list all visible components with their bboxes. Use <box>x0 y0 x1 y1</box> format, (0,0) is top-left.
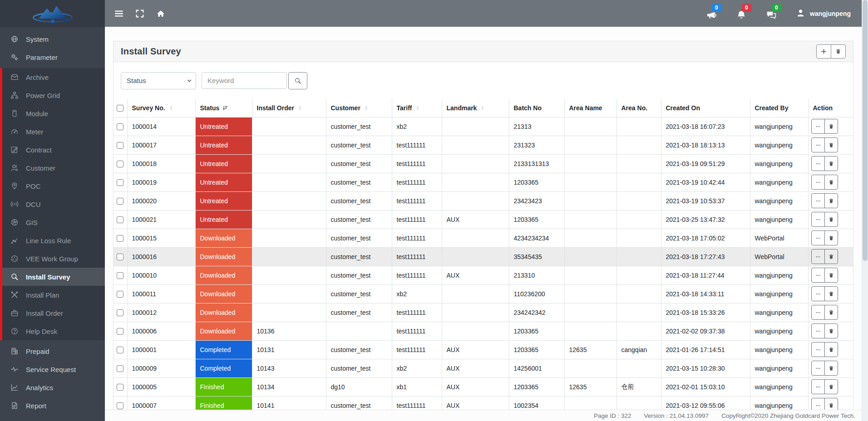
table-row[interactable]: 1000021Untreatedcustomer_testtest111111A… <box>113 210 853 229</box>
table-row[interactable]: 1000015Downloadedcustomer_testtest111111… <box>113 229 853 247</box>
delete-row-button[interactable] <box>824 175 838 190</box>
more-actions-button[interactable] <box>811 193 825 208</box>
sidebar-item-install-plan[interactable]: Install Plan <box>2 286 105 304</box>
delete-row-button[interactable] <box>824 286 838 301</box>
row-checkbox[interactable] <box>117 328 123 335</box>
sidebar-item-archive[interactable]: Archive <box>2 68 105 86</box>
sidebar-item-customer[interactable]: Customer <box>2 159 105 177</box>
row-checkbox[interactable] <box>117 384 123 391</box>
delete-row-button[interactable] <box>824 193 838 208</box>
sidebar-item-contract[interactable]: Contract <box>2 141 105 159</box>
column-header-install-order[interactable]: Install Order <box>252 99 326 117</box>
column-header-status[interactable]: Status <box>195 99 252 117</box>
row-checkbox[interactable] <box>117 272 123 279</box>
table-row[interactable]: 1000018Untreatedcustomer_testtest1111112… <box>113 154 853 173</box>
sidebar-item-service-request[interactable]: Service Request <box>0 360 105 378</box>
sidebar-item-poc[interactable]: POC <box>2 177 105 195</box>
scrollbar-thumb[interactable] <box>863 0 868 261</box>
table-row[interactable]: 1000001Completed10131customer_testtest11… <box>113 340 853 359</box>
delete-row-button[interactable] <box>824 212 838 227</box>
table-row[interactable]: 1000006Downloaded10136test11111112033652… <box>113 322 853 340</box>
more-actions-button[interactable] <box>811 137 825 152</box>
table-row[interactable]: 1000010Downloadedcustomer_testtest111111… <box>113 266 853 284</box>
sidebar-item-analytics[interactable]: Analytics <box>0 378 105 397</box>
delete-row-button[interactable] <box>824 249 838 264</box>
table-row[interactable]: 1000016Downloadedcustomer_testtest111111… <box>113 247 853 266</box>
notifications-indicator[interactable]: 0 <box>736 8 748 20</box>
delete-row-button[interactable] <box>824 137 838 152</box>
row-checkbox[interactable] <box>117 254 123 260</box>
sidebar-item-dcu[interactable]: DCU <box>2 195 105 213</box>
table-row[interactable]: 1000011Downloadedcustomer_testxb21102362… <box>113 284 853 303</box>
row-checkbox[interactable] <box>117 161 123 167</box>
sidebar-item-system[interactable]: System <box>0 30 105 48</box>
app-logo[interactable] <box>0 0 105 27</box>
row-checkbox[interactable] <box>117 179 123 186</box>
table-row[interactable]: 1000017Untreatedcustomer_testtest1111112… <box>113 136 853 154</box>
row-checkbox[interactable] <box>117 347 123 353</box>
more-actions-button[interactable] <box>811 249 825 264</box>
sidebar-item-help-desk[interactable]: Help Desk <box>2 322 105 340</box>
more-actions-button[interactable] <box>811 212 825 227</box>
row-checkbox[interactable] <box>117 216 123 223</box>
search-button[interactable] <box>288 72 307 89</box>
row-checkbox[interactable] <box>117 235 123 242</box>
delete-row-button[interactable] <box>824 323 838 338</box>
column-header-tariff[interactable]: Tariff <box>392 99 442 117</box>
messages-indicator[interactable]: 0 <box>766 8 778 20</box>
home-button[interactable] <box>155 8 167 20</box>
table-row[interactable]: 1000020Untreatedcustomer_testtest1111112… <box>113 191 853 210</box>
status-select[interactable]: Status <box>121 72 196 89</box>
sidebar-item-power-grid[interactable]: Power Grid <box>2 86 105 104</box>
column-header-landmark[interactable]: Landmark <box>442 99 509 117</box>
more-actions-button[interactable] <box>811 268 825 283</box>
delete-row-button[interactable] <box>824 230 838 245</box>
delete-row-button[interactable] <box>824 156 838 171</box>
sidebar-item-install-order[interactable]: Install Order <box>2 304 105 322</box>
sidebar-item-gis[interactable]: GIS <box>2 213 105 231</box>
more-actions-button[interactable] <box>811 119 825 134</box>
delete-row-button[interactable] <box>824 361 838 376</box>
announcements-indicator[interactable]: 0 <box>706 8 718 20</box>
delete-row-button[interactable] <box>824 342 838 357</box>
row-checkbox[interactable] <box>117 309 123 316</box>
more-actions-button[interactable] <box>811 379 825 394</box>
more-actions-button[interactable] <box>811 156 825 171</box>
delete-button[interactable] <box>831 44 846 59</box>
more-actions-button[interactable] <box>811 305 825 320</box>
sidebar-item-meter[interactable]: Meter <box>2 122 105 141</box>
row-checkbox[interactable] <box>117 365 123 372</box>
more-actions-button[interactable] <box>811 175 825 190</box>
more-actions-button[interactable] <box>811 323 825 338</box>
table-row[interactable]: 1000009Completed10143customer_testxb2AUX… <box>113 359 853 377</box>
table-row[interactable]: 1000005Finished10134dg10xb1AUX1203365126… <box>113 377 853 396</box>
more-actions-button[interactable] <box>811 361 825 376</box>
row-checkbox[interactable] <box>117 142 123 149</box>
add-button[interactable] <box>816 44 831 59</box>
sidebar-item-line-loss-rule[interactable]: Line Loss Rule <box>2 231 105 250</box>
row-checkbox[interactable] <box>117 402 123 409</box>
delete-row-button[interactable] <box>824 305 838 320</box>
page-scrollbar[interactable] <box>862 0 868 421</box>
column-header-survey-no[interactable]: Survey No. <box>127 99 195 117</box>
select-all-checkbox[interactable] <box>117 105 123 112</box>
sidebar-item-install-survey[interactable]: Install Survey <box>2 268 105 286</box>
sidebar-item-report[interactable]: Report <box>0 397 105 415</box>
delete-row-button[interactable] <box>824 268 838 283</box>
user-menu[interactable]: wangjunpeng <box>796 8 851 19</box>
more-actions-button[interactable] <box>811 342 825 357</box>
menu-button[interactable] <box>113 8 125 20</box>
row-checkbox[interactable] <box>117 291 123 298</box>
delete-row-button[interactable] <box>824 119 838 134</box>
row-checkbox[interactable] <box>117 123 123 130</box>
more-actions-button[interactable] <box>811 230 825 245</box>
delete-row-button[interactable] <box>824 379 838 394</box>
table-row[interactable]: 1000012Downloadedcustomer_testtest111111… <box>113 303 853 322</box>
keyword-input[interactable] <box>202 72 287 89</box>
table-row[interactable]: 1000019Untreatedcustomer_testtest1111111… <box>113 173 853 191</box>
table-row[interactable]: 1000014Untreatedcustomer_testxb221313202… <box>113 117 853 136</box>
row-checkbox[interactable] <box>117 198 123 205</box>
sidebar-item-prepaid[interactable]: Prepaid <box>0 342 105 360</box>
more-actions-button[interactable] <box>811 286 825 301</box>
sidebar-item-module[interactable]: Module <box>2 104 105 122</box>
